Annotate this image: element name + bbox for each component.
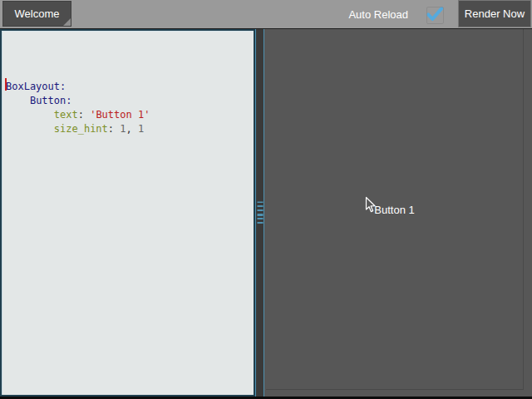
kivy-designer-window: Welcome Auto Reload Render Now BoxLayout… xyxy=(0,0,532,399)
tab-welcome[interactable]: Welcome xyxy=(2,1,71,27)
checkbox-box xyxy=(426,7,444,24)
top-toolbar: Welcome Auto Reload Render Now xyxy=(0,0,532,29)
rendered-button-1[interactable]: Button 1 xyxy=(266,29,524,390)
tab-welcome-label: Welcome xyxy=(15,7,60,20)
code-lines: BoxLayout: Button: text: 'Button 1' size… xyxy=(6,37,254,136)
tab-fold-corner-icon xyxy=(63,18,71,26)
rendered-button-label: Button 1 xyxy=(374,204,414,216)
code-line: text: 'Button 1' xyxy=(6,108,254,122)
code-line: BoxLayout: xyxy=(6,80,254,94)
preview-pane: Button 1 xyxy=(264,29,532,397)
text-cursor xyxy=(5,78,7,91)
mouse-cursor-icon xyxy=(365,196,377,214)
render-now-label: Render Now xyxy=(465,7,525,20)
code-line: size_hint: 1, 1 xyxy=(6,122,254,136)
rendered-button-content: Button 1 xyxy=(374,202,414,217)
auto-reload-checkbox[interactable] xyxy=(425,4,445,24)
kv-code-editor[interactable]: BoxLayout: Button: text: 'Button 1' size… xyxy=(0,29,255,397)
pane-splitter[interactable] xyxy=(255,29,264,397)
auto-reload-label: Auto Reload xyxy=(348,8,408,21)
render-now-button[interactable]: Render Now xyxy=(458,0,531,27)
splitter-grip-icon xyxy=(257,202,263,224)
code-line: Button: xyxy=(6,94,254,108)
